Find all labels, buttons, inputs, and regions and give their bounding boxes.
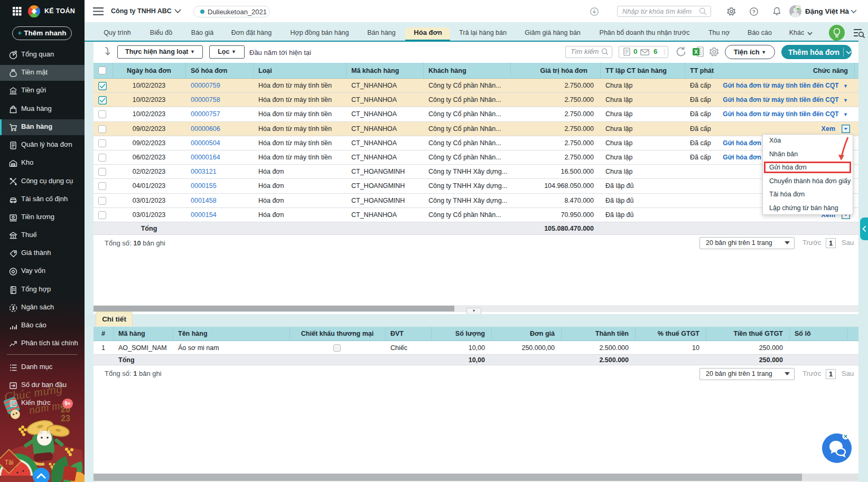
svg-text:?: ? — [752, 8, 755, 14]
svg-text:23: 23 — [61, 414, 70, 423]
svg-text:X: X — [694, 49, 698, 55]
svg-text:Tải: Tải — [5, 459, 14, 466]
